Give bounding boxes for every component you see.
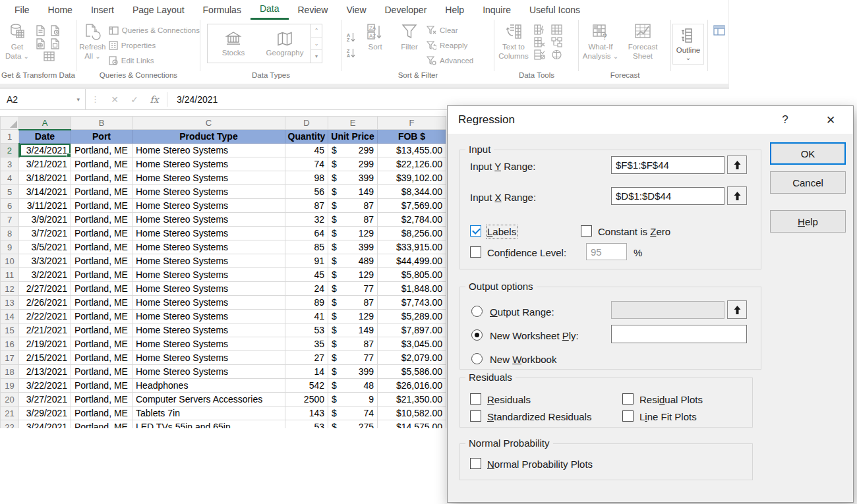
cell-D18[interactable]: 14 [285, 365, 328, 379]
cell-B10[interactable]: Portland, ME [71, 254, 133, 268]
standardized-residuals-checkbox[interactable] [470, 410, 481, 422]
cell-A17[interactable]: 2/15/2021 [19, 351, 71, 365]
cell-B21[interactable]: Portland, ME [71, 406, 133, 420]
from-table-range-icon[interactable] [50, 38, 62, 49]
residuals-label[interactable]: Residuals [487, 394, 531, 405]
cell-C16[interactable]: Home Stereo Systems [133, 337, 285, 351]
cell-B8[interactable]: Portland, ME [71, 227, 133, 240]
cell-E4[interactable]: $399 [328, 171, 378, 185]
cell-C21[interactable]: Tablets 7in [133, 406, 285, 420]
cell-E6[interactable]: $87 [328, 199, 378, 213]
row-header-11[interactable]: 11 [1, 268, 19, 282]
cell-E15[interactable]: $149 [328, 323, 378, 337]
name-box[interactable]: A2 ▾ [0, 89, 86, 109]
ok-button[interactable]: OK [770, 142, 846, 165]
dialog-help-button[interactable]: ? [777, 113, 794, 126]
input-y-range-field[interactable] [611, 156, 724, 174]
from-web-icon[interactable] [36, 38, 47, 49]
cell-B9[interactable]: Portland, ME [71, 240, 133, 254]
cell-B14[interactable]: Portland, ME [71, 310, 133, 323]
reapply-filter-button[interactable]: Reapply [427, 39, 473, 53]
cell-E14[interactable]: $129 [328, 310, 378, 323]
tab-view[interactable]: View [337, 0, 375, 20]
cell-D13[interactable]: 89 [285, 296, 328, 310]
filter-button[interactable]: Filter [392, 20, 427, 51]
row-header-10[interactable]: 10 [1, 254, 19, 268]
row-header-12[interactable]: 12 [1, 282, 19, 296]
cell-B17[interactable]: Portland, ME [71, 351, 133, 365]
cell-C19[interactable]: Headphones [133, 379, 285, 393]
cell-E16[interactable]: $87 [328, 337, 378, 351]
edit-links-button[interactable]: Edit Links [109, 54, 200, 68]
header-cell-D1[interactable]: Quantity [285, 130, 328, 144]
cell-B11[interactable]: Portland, ME [71, 268, 133, 282]
cell-C10[interactable]: Home Stereo Systems [133, 254, 285, 268]
cell-E9[interactable]: $399 [328, 240, 378, 254]
column-header-D[interactable]: D [285, 117, 328, 130]
cell-B13[interactable]: Portland, ME [71, 296, 133, 310]
standardized-residuals-label[interactable]: Standardized Residuals [487, 411, 591, 422]
cell-E19[interactable]: $48 [328, 379, 378, 393]
output-range-radio[interactable] [471, 306, 483, 317]
what-if-analysis-button[interactable]: ? What-If Analysis ⌄ [579, 20, 622, 61]
cell-E12[interactable]: $77 [328, 282, 378, 296]
row-header-8[interactable]: 8 [1, 227, 19, 240]
cell-F8[interactable]: $8,256.00 [378, 227, 446, 240]
column-header-F[interactable]: F [378, 117, 446, 130]
cell-C13[interactable]: Home Stereo Systems [133, 296, 285, 310]
cell-C22[interactable]: LED TVs 55in and 65in [133, 420, 285, 429]
text-to-columns-button[interactable]: Text to Columns [494, 20, 533, 61]
tab-formulas[interactable]: Formulas [194, 0, 251, 20]
forecast-sheet-button[interactable]: Forecast Sheet [622, 20, 663, 61]
row-header-17[interactable]: 17 [1, 351, 19, 365]
cell-F7[interactable]: $2,784.00 [378, 213, 446, 227]
tab-file[interactable]: File [5, 0, 39, 20]
column-header-E[interactable]: E [328, 117, 378, 130]
cell-F16[interactable]: $3,045.00 [378, 337, 446, 351]
cell-F22[interactable]: $14,575.00 [378, 420, 446, 429]
cell-E10[interactable]: $489 [328, 254, 378, 268]
row-header-1[interactable]: 1 [1, 130, 19, 144]
get-data-button[interactable]: Get Data ⌄ [0, 20, 34, 61]
recent-sources-icon[interactable] [50, 25, 62, 36]
row-header-13[interactable]: 13 [1, 296, 19, 310]
new-worksheet-ply-radio[interactable] [471, 329, 483, 341]
cell-A13[interactable]: 2/26/2021 [19, 296, 71, 310]
gallery-more-button[interactable]: ▾ [311, 50, 322, 63]
cell-E2[interactable]: $299 [328, 144, 378, 157]
cell-C20[interactable]: Computer Servers Accessories [133, 393, 285, 406]
cell-A22[interactable]: 3/24/2021 [19, 420, 71, 429]
tab-home[interactable]: Home [39, 0, 82, 20]
line-fit-plots-label[interactable]: Line Fit Plots [639, 411, 697, 422]
cell-C14[interactable]: Home Stereo Systems [133, 310, 285, 323]
cell-F4[interactable]: $39,102.00 [378, 171, 446, 185]
tab-help[interactable]: Help [436, 0, 473, 20]
cell-B7[interactable]: Portland, ME [71, 213, 133, 227]
header-cell-B1[interactable]: Port [71, 130, 133, 144]
cell-B3[interactable]: Portland, ME [71, 157, 133, 171]
row-header-5[interactable]: 5 [1, 185, 19, 199]
sort-descending-button[interactable]: ZA [347, 48, 355, 59]
cell-E11[interactable]: $129 [328, 268, 378, 282]
geography-button[interactable]: Geography [259, 24, 310, 63]
cell-E18[interactable]: $399 [328, 365, 378, 379]
cell-B16[interactable]: Portland, ME [71, 337, 133, 351]
residual-plots-checkbox[interactable] [622, 393, 634, 405]
cell-C17[interactable]: Home Stereo Systems [133, 351, 285, 365]
column-header-C[interactable]: C [133, 117, 285, 130]
cell-D20[interactable]: 2500 [285, 393, 328, 406]
cell-A11[interactable]: 3/2/2021 [19, 268, 71, 282]
help-button[interactable]: Help [770, 210, 846, 233]
column-header-B[interactable]: B [71, 117, 133, 130]
cell-D8[interactable]: 64 [285, 227, 328, 240]
cell-D19[interactable]: 542 [285, 379, 328, 393]
cell-F15[interactable]: $7,897.00 [378, 323, 446, 337]
input-y-range-picker-button[interactable] [727, 155, 747, 174]
refresh-all-button[interactable]: Refresh All ⌄ [76, 20, 109, 61]
output-range-label[interactable]: Output Range: [490, 306, 554, 318]
tab-inquire[interactable]: Inquire [473, 0, 520, 20]
cell-F9[interactable]: $33,915.00 [378, 240, 446, 254]
confirm-entry-button[interactable]: ✓ [125, 94, 144, 105]
cell-C7[interactable]: Home Stereo Systems [133, 213, 285, 227]
confidence-level-field[interactable] [586, 243, 627, 260]
